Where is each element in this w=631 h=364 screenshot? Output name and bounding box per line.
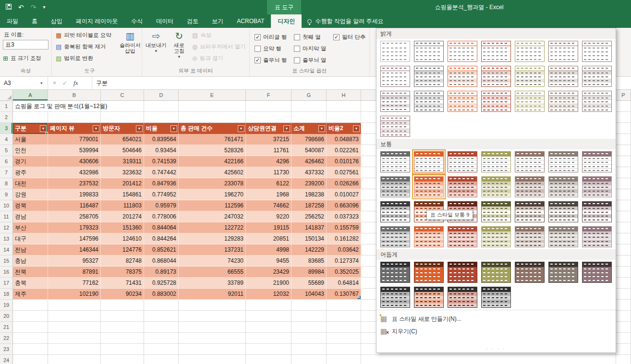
cell-H8[interactable]: 0.026266 bbox=[327, 178, 361, 189]
cancel-icon[interactable]: × bbox=[53, 80, 56, 86]
cell-A8[interactable]: 대전 bbox=[13, 178, 48, 189]
row-header-15[interactable]: 15 bbox=[0, 255, 13, 267]
clear-style-menu-item[interactable]: ▦ × 지우기(C) bbox=[380, 325, 612, 338]
cell-A2[interactable] bbox=[13, 112, 48, 123]
cell-D4[interactable]: 0.839564 bbox=[144, 134, 179, 145]
cell-G2[interactable] bbox=[291, 112, 327, 123]
row-header-4[interactable]: 4 bbox=[0, 134, 13, 145]
cell-P3[interactable] bbox=[616, 123, 631, 134]
cell-B10[interactable]: 116487 bbox=[48, 200, 101, 211]
cell-F4[interactable]: 37215 bbox=[246, 134, 291, 145]
row-header-5[interactable]: 5 bbox=[0, 145, 13, 156]
table-style-thumbnail-0-2[interactable] bbox=[446, 39, 479, 64]
table-style-thumbnail-0-18[interactable] bbox=[513, 89, 546, 114]
row-header-8[interactable]: 8 bbox=[0, 178, 13, 189]
cell-A20[interactable] bbox=[13, 311, 48, 322]
cell-C2[interactable] bbox=[101, 112, 144, 123]
table-name-input[interactable] bbox=[3, 40, 49, 49]
table-style-thumbnail-1-11[interactable] bbox=[513, 174, 546, 199]
cell-C22[interactable] bbox=[101, 333, 144, 344]
table-style-thumbnail-2-1[interactable] bbox=[412, 260, 446, 285]
row-header-19[interactable]: 19 bbox=[0, 300, 13, 311]
column-header-B[interactable]: B bbox=[48, 90, 101, 100]
cell-E21[interactable] bbox=[179, 322, 246, 333]
cell-H6[interactable]: 0.010176 bbox=[327, 156, 361, 167]
column-header-D[interactable]: D bbox=[144, 90, 179, 100]
cell-F1[interactable] bbox=[246, 101, 291, 112]
row-header-24[interactable]: 24 bbox=[0, 355, 13, 364]
cell-D20[interactable] bbox=[144, 311, 179, 322]
cell-B15[interactable]: 95327 bbox=[48, 255, 101, 267]
table-style-thumbnail-0-20[interactable] bbox=[580, 89, 614, 114]
row-header-2[interactable]: 2 bbox=[0, 112, 13, 123]
cell-G24[interactable] bbox=[291, 355, 327, 364]
table-style-thumbnail-0-13[interactable] bbox=[580, 64, 614, 89]
external-button-1[interactable]: ◍브라우저에서 열기 bbox=[190, 41, 248, 52]
table-style-thumbnail-0-21[interactable] bbox=[378, 114, 412, 139]
row-header-13[interactable]: 13 bbox=[0, 233, 13, 244]
cell-G17[interactable]: 55689 bbox=[291, 278, 327, 289]
cell-P17[interactable] bbox=[616, 278, 631, 289]
cell-B17[interactable]: 77162 bbox=[48, 278, 101, 289]
cell-C1[interactable] bbox=[101, 101, 144, 112]
cell-F9[interactable]: 1968 bbox=[246, 189, 291, 200]
gallery-resize-grip[interactable]: ∙ ∙ ∙ ∙ bbox=[376, 346, 616, 352]
cell-H20[interactable] bbox=[327, 311, 361, 322]
row-header-14[interactable]: 14 bbox=[0, 244, 13, 255]
cell-E19[interactable] bbox=[179, 300, 246, 311]
cell-G18[interactable]: 104043 bbox=[291, 289, 327, 300]
cell-C6[interactable]: 319311 bbox=[101, 156, 144, 167]
cell-G20[interactable] bbox=[291, 311, 327, 322]
cell-G10[interactable]: 187258 bbox=[291, 200, 327, 211]
cell-G23[interactable] bbox=[291, 344, 327, 355]
cell-E14[interactable]: 137231 bbox=[179, 244, 246, 255]
table-resize-handle[interactable] bbox=[357, 296, 361, 299]
table-style-thumbnail-0-7[interactable] bbox=[378, 64, 412, 89]
cell-C15[interactable]: 82748 bbox=[101, 255, 144, 267]
table-style-thumbnail-1-21[interactable] bbox=[378, 224, 412, 249]
cell-G16[interactable]: 89984 bbox=[291, 267, 327, 278]
header-cell-H3[interactable]: 비율2▼ bbox=[327, 123, 361, 134]
cell-A13[interactable]: 대구 bbox=[13, 233, 48, 244]
cell-C12[interactable]: 151360 bbox=[101, 222, 144, 233]
cell-H9[interactable]: 0.010027 bbox=[327, 189, 361, 200]
table-style-thumbnail-1-12[interactable] bbox=[546, 174, 580, 199]
qat-customize-button[interactable]: ▾ bbox=[43, 5, 45, 10]
cell-D18[interactable]: 0.883002 bbox=[144, 289, 179, 300]
row-header-11[interactable]: 11 bbox=[0, 211, 13, 222]
cell-E13[interactable]: 129283 bbox=[179, 233, 246, 244]
cell-A16[interactable]: 전북 bbox=[13, 267, 48, 278]
cell-P23[interactable] bbox=[616, 344, 631, 355]
cell-A23[interactable] bbox=[13, 344, 48, 355]
cell-G6[interactable]: 426462 bbox=[291, 156, 327, 167]
undo-button[interactable]: ↶ bbox=[18, 4, 24, 11]
table-style-thumbnail-0-15[interactable] bbox=[412, 89, 446, 114]
cell-E20[interactable] bbox=[179, 311, 246, 322]
formula-input[interactable]: 구분 bbox=[96, 77, 108, 89]
table-style-thumbnail-1-22[interactable] bbox=[412, 224, 446, 249]
row-header-23[interactable]: 23 bbox=[0, 344, 13, 355]
cell-A6[interactable]: 경기 bbox=[13, 156, 48, 167]
cell-H4[interactable]: 0.048873 bbox=[327, 134, 361, 145]
table-style-thumbnail-1-17[interactable] bbox=[479, 199, 513, 224]
table-style-thumbnail-1-7[interactable] bbox=[378, 174, 412, 199]
cell-C4[interactable]: 654021 bbox=[101, 134, 144, 145]
filter-button[interactable]: ▼ bbox=[318, 125, 325, 132]
cell-B22[interactable] bbox=[48, 333, 101, 344]
cell-G22[interactable] bbox=[291, 333, 327, 344]
table-style-thumbnail-1-9[interactable] bbox=[446, 174, 479, 199]
row-header-3[interactable]: 3 bbox=[0, 123, 13, 134]
cell-H7[interactable]: 0.027561 bbox=[327, 167, 361, 178]
enter-icon[interactable]: ✓ bbox=[62, 80, 67, 86]
table-style-thumbnail-1-3[interactable] bbox=[479, 149, 513, 174]
cell-B9[interactable]: 199833 bbox=[48, 189, 101, 200]
cell-G4[interactable]: 798686 bbox=[291, 134, 327, 145]
cell-H5[interactable]: 0.022261 bbox=[327, 145, 361, 156]
cell-F23[interactable] bbox=[246, 344, 291, 355]
new-table-style-menu-item[interactable]: ▦ ★ 표 스타일 새로 만들기(N)... bbox=[380, 313, 612, 325]
filter-button[interactable]: ▼ bbox=[40, 125, 47, 132]
cell-A19[interactable] bbox=[13, 300, 48, 311]
cell-F15[interactable]: 9455 bbox=[246, 255, 291, 267]
cell-F5[interactable]: 11761 bbox=[246, 145, 291, 156]
cell-P18[interactable] bbox=[616, 289, 631, 300]
